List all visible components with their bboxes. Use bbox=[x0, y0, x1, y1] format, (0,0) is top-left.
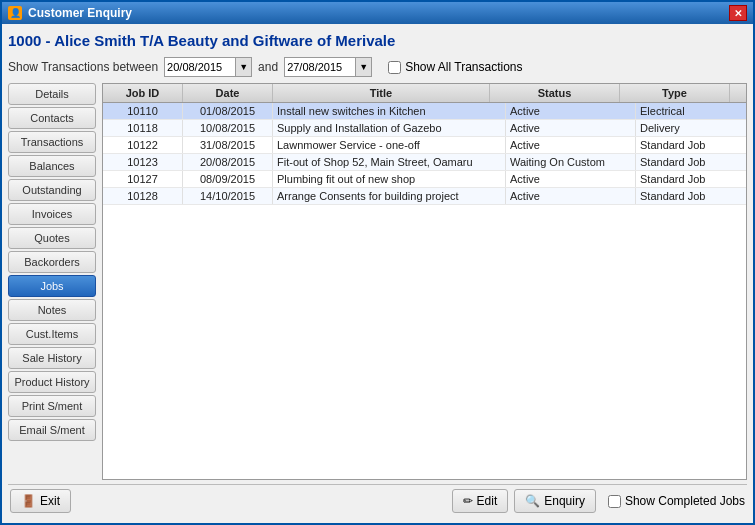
cell-title: Arrange Consents for building project bbox=[273, 188, 506, 204]
enquiry-button[interactable]: 🔍 Enquiry bbox=[514, 489, 596, 513]
cell-date: 20/08/2015 bbox=[183, 154, 273, 170]
cell-title: Lawnmower Service - one-off bbox=[273, 137, 506, 153]
table-row[interactable]: 10127 08/09/2015 Plumbing fit out of new… bbox=[103, 171, 746, 188]
cell-type: Electrical bbox=[636, 103, 746, 119]
table-row[interactable]: 10123 20/08/2015 Fit-out of Shop 52, Mai… bbox=[103, 154, 746, 171]
close-button[interactable]: ✕ bbox=[729, 5, 747, 21]
date-to-dropdown[interactable]: ▼ bbox=[355, 58, 371, 76]
cell-status: Active bbox=[506, 120, 636, 136]
cell-status: Active bbox=[506, 103, 636, 119]
cell-date: 08/09/2015 bbox=[183, 171, 273, 187]
cell-date: 10/08/2015 bbox=[183, 120, 273, 136]
show-all-transactions-row: Show All Transactions bbox=[388, 60, 522, 74]
edit-icon: ✏ bbox=[463, 494, 473, 508]
cell-job-id: 10110 bbox=[103, 103, 183, 119]
cell-job-id: 10128 bbox=[103, 188, 183, 204]
col-status: Status bbox=[490, 84, 620, 102]
cell-type: Standard Job bbox=[636, 171, 746, 187]
sidebar-item-product-history[interactable]: Product History bbox=[8, 371, 96, 393]
date-to-input[interactable]: ▼ bbox=[284, 57, 372, 77]
customer-enquiry-window: 👤 Customer Enquiry ✕ 1000 - Alice Smith … bbox=[0, 0, 755, 525]
cell-title: Fit-out of Shop 52, Main Street, Oamaru bbox=[273, 154, 506, 170]
show-completed-label: Show Completed Jobs bbox=[625, 494, 745, 508]
bottom-bar: 🚪 Exit ✏ Edit 🔍 Enquiry Show Completed J… bbox=[8, 484, 747, 517]
table-row[interactable]: 10128 14/10/2015 Arrange Consents for bu… bbox=[103, 188, 746, 205]
customer-name: 1000 - Alice Smith T/A Beauty and Giftwa… bbox=[8, 30, 747, 51]
cell-date: 01/08/2015 bbox=[183, 103, 273, 119]
exit-label: Exit bbox=[40, 494, 60, 508]
col-type: Type bbox=[620, 84, 730, 102]
show-completed-checkbox[interactable] bbox=[608, 495, 621, 508]
cell-status: Active bbox=[506, 171, 636, 187]
col-job-id: Job ID bbox=[103, 84, 183, 102]
exit-button[interactable]: 🚪 Exit bbox=[10, 489, 71, 513]
date-from-input[interactable]: ▼ bbox=[164, 57, 252, 77]
sidebar-item-details[interactable]: Details bbox=[8, 83, 96, 105]
cell-title: Install new switches in Kitchen bbox=[273, 103, 506, 119]
sidebar-item-transactions[interactable]: Transactions bbox=[8, 131, 96, 153]
cell-status: Active bbox=[506, 188, 636, 204]
show-all-transactions-checkbox[interactable] bbox=[388, 61, 401, 74]
col-scrollbar-spacer bbox=[730, 84, 746, 102]
enquiry-label: Enquiry bbox=[544, 494, 585, 508]
sidebar-item-contacts[interactable]: Contacts bbox=[8, 107, 96, 129]
date-to-field[interactable] bbox=[285, 58, 355, 76]
sidebar-item-balances[interactable]: Balances bbox=[8, 155, 96, 177]
main-area: Details Contacts Transactions Balances O… bbox=[8, 83, 747, 480]
sidebar-item-notes[interactable]: Notes bbox=[8, 299, 96, 321]
cell-job-id: 10127 bbox=[103, 171, 183, 187]
sidebar-item-email-sment[interactable]: Email S/ment bbox=[8, 419, 96, 441]
sidebar-item-invoices[interactable]: Invoices bbox=[8, 203, 96, 225]
cell-job-id: 10122 bbox=[103, 137, 183, 153]
cell-status: Waiting On Custom bbox=[506, 154, 636, 170]
and-label: and bbox=[258, 60, 278, 74]
cell-date: 31/08/2015 bbox=[183, 137, 273, 153]
sidebar-item-backorders[interactable]: Backorders bbox=[8, 251, 96, 273]
jobs-table: Job ID Date Title Status Type 10110 01/0… bbox=[102, 83, 747, 480]
sidebar-item-sale-history[interactable]: Sale History bbox=[8, 347, 96, 369]
title-bar: 👤 Customer Enquiry ✕ bbox=[2, 2, 753, 24]
cell-title: Plumbing fit out of new shop bbox=[273, 171, 506, 187]
window-content: 1000 - Alice Smith T/A Beauty and Giftwa… bbox=[2, 24, 753, 523]
sidebar-item-jobs[interactable]: Jobs bbox=[8, 275, 96, 297]
sidebar-item-outstanding[interactable]: Outstanding bbox=[8, 179, 96, 201]
table-header: Job ID Date Title Status Type bbox=[103, 84, 746, 103]
filter-bar: Show Transactions between ▼ and ▼ Show A… bbox=[8, 55, 747, 79]
cell-type: Standard Job bbox=[636, 188, 746, 204]
window-title: Customer Enquiry bbox=[28, 6, 132, 20]
cell-date: 14/10/2015 bbox=[183, 188, 273, 204]
app-icon: 👤 bbox=[8, 6, 22, 20]
filter-label: Show Transactions between bbox=[8, 60, 158, 74]
exit-icon: 🚪 bbox=[21, 494, 36, 508]
col-date: Date bbox=[183, 84, 273, 102]
sidebar-item-quotes[interactable]: Quotes bbox=[8, 227, 96, 249]
enquiry-icon: 🔍 bbox=[525, 494, 540, 508]
table-row[interactable]: 10110 01/08/2015 Install new switches in… bbox=[103, 103, 746, 120]
table-body: 10110 01/08/2015 Install new switches in… bbox=[103, 103, 746, 479]
col-title: Title bbox=[273, 84, 490, 102]
cell-status: Active bbox=[506, 137, 636, 153]
cell-type: Standard Job bbox=[636, 137, 746, 153]
sidebar: Details Contacts Transactions Balances O… bbox=[8, 83, 98, 480]
cell-job-id: 10123 bbox=[103, 154, 183, 170]
table-row[interactable]: 10118 10/08/2015 Supply and Installation… bbox=[103, 120, 746, 137]
cell-type: Delivery bbox=[636, 120, 746, 136]
sidebar-item-print-sment[interactable]: Print S/ment bbox=[8, 395, 96, 417]
cell-type: Standard Job bbox=[636, 154, 746, 170]
cell-title: Supply and Installation of Gazebo bbox=[273, 120, 506, 136]
date-from-dropdown[interactable]: ▼ bbox=[235, 58, 251, 76]
edit-button[interactable]: ✏ Edit bbox=[452, 489, 509, 513]
show-all-transactions-label: Show All Transactions bbox=[405, 60, 522, 74]
table-row[interactable]: 10122 31/08/2015 Lawnmower Service - one… bbox=[103, 137, 746, 154]
edit-label: Edit bbox=[477, 494, 498, 508]
show-completed-row: Show Completed Jobs bbox=[608, 494, 745, 508]
sidebar-item-cust-items[interactable]: Cust.Items bbox=[8, 323, 96, 345]
cell-job-id: 10118 bbox=[103, 120, 183, 136]
date-from-field[interactable] bbox=[165, 58, 235, 76]
